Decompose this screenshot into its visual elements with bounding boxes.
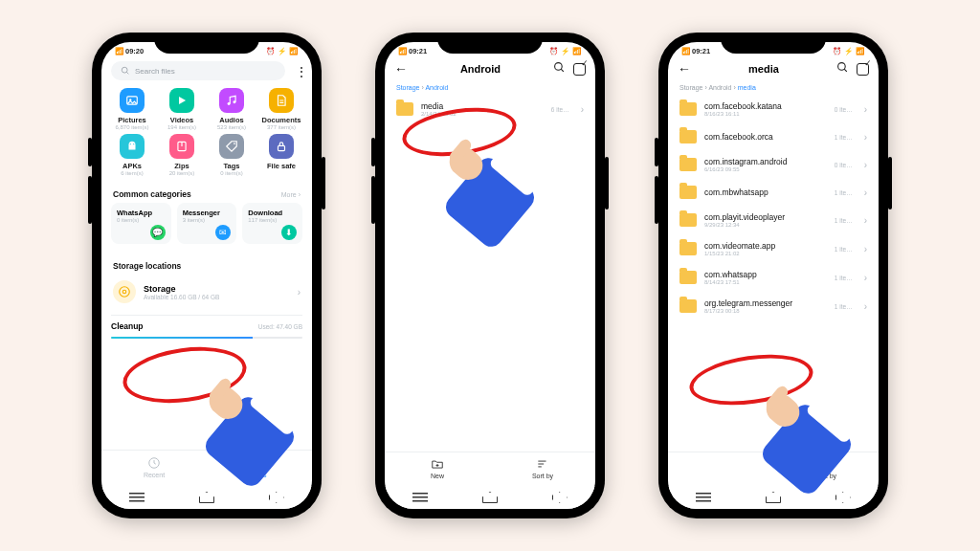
svg-point-6 <box>133 143 134 144</box>
status-bar: 📶09:21 ⏰ ⚡ 📶 <box>385 42 595 57</box>
highlight-circle <box>686 347 816 412</box>
action-sort[interactable]: Sort by <box>490 452 595 484</box>
nav-recent-icon[interactable] <box>129 492 145 503</box>
tab-recent[interactable]: Recent <box>101 451 207 484</box>
category-file safe[interactable]: File safe <box>256 134 306 176</box>
status-bar: 📶09:21 ⏰ ⚡ 📶 <box>668 42 879 57</box>
svg-rect-9 <box>278 145 285 150</box>
folder-media[interactable]: media 2/14/24 13:02 6 ite… › <box>385 95 595 123</box>
folder-icon <box>679 186 697 199</box>
folder-list: com.facebook.katana8/16/23 16:11 0 ite… … <box>668 95 879 320</box>
chevron-right-icon: › <box>864 132 867 143</box>
folder-row[interactable]: com.facebook.orca 1 ite… › <box>668 123 879 150</box>
svg-point-14 <box>838 63 846 71</box>
top-bar: ← media <box>668 57 879 80</box>
bottom-actions: New Sort by <box>385 452 595 484</box>
nav-back-icon[interactable] <box>269 492 284 503</box>
more-link[interactable]: More › <box>281 191 301 198</box>
tag-icon <box>219 134 244 159</box>
folder-icon <box>679 271 697 284</box>
category-documents[interactable]: Documents 377 item(s) <box>256 88 306 130</box>
common-cards: WhatsApp 0 item(s) 💬 Messenger 3 item(s)… <box>101 203 312 244</box>
more-menu-icon[interactable]: ⋮ <box>295 68 308 76</box>
folder-row[interactable]: com.mbwhatsapp 1 ite… › <box>668 179 879 206</box>
category-audios[interactable]: Audios 523 item(s) <box>207 88 256 130</box>
android-nav <box>385 486 595 509</box>
tab-files[interactable]: Files <box>207 451 312 484</box>
storage-locations-header: Storage locations <box>101 253 312 275</box>
folder-row[interactable]: com.whatsapp8/14/23 17:51 1 ite… › <box>668 263 879 292</box>
svg-point-8 <box>234 143 235 144</box>
back-icon[interactable]: ← <box>394 61 408 77</box>
svg-point-11 <box>122 290 126 294</box>
back-icon[interactable]: ← <box>678 61 691 77</box>
nav-back-icon[interactable] <box>835 492 851 503</box>
folder-row[interactable]: com.instagram.android6/16/23 09:55 0 ite… <box>668 150 879 179</box>
category-apks[interactable]: APKs 6 item(s) <box>107 134 157 176</box>
nav-back-icon[interactable] <box>552 492 568 503</box>
nav-recent-icon[interactable] <box>696 492 711 503</box>
folder-row[interactable]: org.telegram.messenger8/17/23 00:18 1 it… <box>668 292 879 320</box>
folder-icon <box>679 158 697 171</box>
search-input[interactable]: Search files <box>111 61 285 80</box>
img-icon <box>120 88 145 113</box>
chevron-right-icon: › <box>864 104 867 115</box>
common-categories-header: Common categories More › <box>101 182 312 203</box>
action-sort[interactable]: Sort by <box>773 452 879 484</box>
folder-row[interactable]: com.playit.videoplayer9/29/23 12:34 1 it… <box>668 206 879 234</box>
bottom-tabs: Recent Files <box>101 450 312 484</box>
common-card-whatsapp[interactable]: WhatsApp 0 item(s) 💬 <box>111 203 171 244</box>
svg-point-4 <box>233 100 235 103</box>
nav-home-icon[interactable] <box>766 492 781 503</box>
folder-icon <box>679 299 697 313</box>
phone-2: 📶09:21 ⏰ ⚡ 📶 ← Android Storage › Android… <box>375 33 605 518</box>
chevron-right-icon: › <box>864 215 867 226</box>
category-tags[interactable]: Tags 0 item(s) <box>207 134 256 176</box>
common-card-messenger[interactable]: Messenger 3 item(s) ✉ <box>177 203 237 244</box>
folder-row[interactable]: com.videomate.app1/15/23 21:02 1 ite… › <box>668 234 879 263</box>
svg-point-0 <box>122 67 127 73</box>
category-pictures[interactable]: Pictures 6,870 item(s) <box>107 88 157 130</box>
highlight-circle <box>120 340 251 410</box>
nav-home-icon[interactable] <box>482 492 498 503</box>
stage: 📶09:20 ⏰ ⚡ 📶 Search files ⋮ Pictures 6,8… <box>0 0 980 551</box>
select-icon[interactable] <box>857 63 869 76</box>
storage-row[interactable]: Storage Available 16.60 GB / 64 GB › <box>101 275 312 309</box>
folder-row[interactable]: com.facebook.katana8/16/23 16:11 0 ite… … <box>668 95 879 123</box>
pointing-hand <box>437 138 514 229</box>
apk-icon <box>120 134 145 159</box>
category-videos[interactable]: Videos 194 item(s) <box>157 88 207 130</box>
nav-home-icon[interactable] <box>199 492 214 503</box>
action-new[interactable]: New <box>385 452 490 484</box>
select-icon[interactable] <box>573 63 586 76</box>
zip-icon <box>169 134 194 159</box>
breadcrumb[interactable]: Storage › Android › media <box>668 80 879 95</box>
search-icon[interactable] <box>836 61 849 77</box>
folder-icon <box>679 102 697 116</box>
phone-1: 📶09:20 ⏰ ⚡ 📶 Search files ⋮ Pictures 6,8… <box>92 33 322 518</box>
folder-list: media 2/14/24 13:02 6 ite… › <box>385 95 595 123</box>
svg-point-10 <box>120 287 130 298</box>
nav-recent-icon[interactable] <box>412 492 428 503</box>
doc-icon <box>269 88 294 113</box>
folder-icon <box>679 213 697 227</box>
status-bar: 📶09:20 ⏰ ⚡ 📶 <box>101 42 312 57</box>
chevron-right-icon: › <box>298 287 301 298</box>
chevron-right-icon: › <box>864 187 867 198</box>
lock-icon <box>269 134 294 159</box>
svg-point-3 <box>228 102 231 105</box>
folder-icon <box>396 102 413 116</box>
svg-point-5 <box>130 143 131 144</box>
folder-icon <box>679 130 697 143</box>
search-icon[interactable] <box>553 61 566 77</box>
category-zips[interactable]: Zips 20 item(s) <box>157 134 207 176</box>
breadcrumb[interactable]: Storage › Android <box>385 80 595 95</box>
page-title: Android <box>415 63 546 75</box>
android-nav <box>668 486 879 509</box>
chevron-right-icon: › <box>581 104 584 115</box>
cleanup-row[interactable]: Cleanup Used: 47.40 GB <box>111 315 302 331</box>
common-card-download[interactable]: Download 117 item(s) ⬇ <box>242 203 302 244</box>
page-title: media <box>699 63 829 75</box>
chevron-right-icon: › <box>864 273 867 283</box>
folder-icon <box>679 242 697 255</box>
